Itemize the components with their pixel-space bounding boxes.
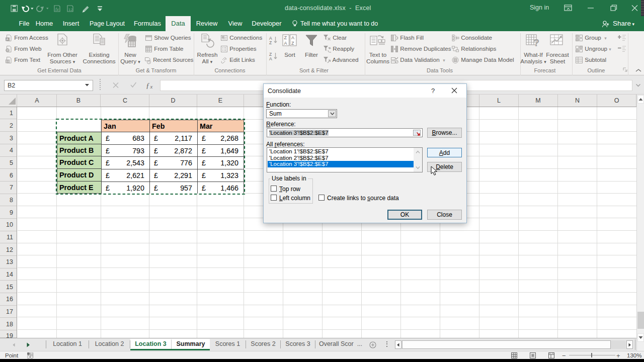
svg-text:x: x xyxy=(150,83,153,89)
svg-text:Z: Z xyxy=(291,41,294,46)
svg-text:fx: fx xyxy=(55,7,59,12)
svg-text:A: A xyxy=(7,38,9,41)
svg-text:f: f xyxy=(146,82,149,89)
svg-text:Z: Z xyxy=(284,35,287,40)
svg-text:12: 12 xyxy=(68,8,73,12)
svg-text:?: ? xyxy=(533,37,539,48)
svg-text:Z: Z xyxy=(269,40,272,45)
svg-text:A: A xyxy=(291,35,294,40)
svg-text:A: A xyxy=(284,41,287,46)
svg-text:A: A xyxy=(269,56,272,61)
